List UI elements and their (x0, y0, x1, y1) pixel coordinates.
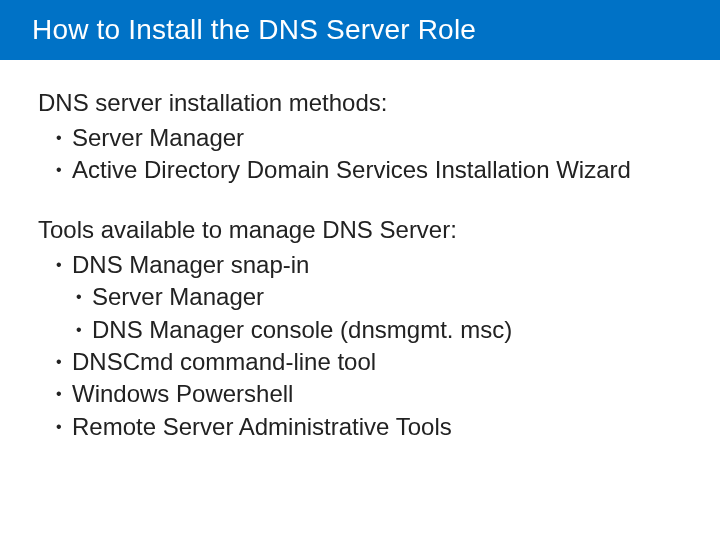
list-item: Server Manager (76, 281, 682, 313)
list-item: DNS Manager snap-in (56, 249, 682, 281)
section1-lead: DNS server installation methods: (38, 88, 682, 118)
slide: How to Install the DNS Server Role DNS s… (0, 0, 720, 540)
title-bar: How to Install the DNS Server Role (0, 0, 720, 60)
list-item: Active Directory Domain Services Install… (56, 154, 682, 186)
list-item: Remote Server Administrative Tools (56, 411, 682, 443)
list-item: DNSCmd command-line tool (56, 346, 682, 378)
section2-list: DNS Manager snap-in (56, 249, 682, 281)
section2-lead: Tools available to manage DNS Server: (38, 215, 682, 245)
slide-body: DNS server installation methods: Server … (0, 60, 720, 443)
list-item: Windows Powershell (56, 378, 682, 410)
list-item: DNS Manager console (dnsmgmt. msc) (76, 314, 682, 346)
list-item: Server Manager (56, 122, 682, 154)
section1-list: Server Manager Active Directory Domain S… (56, 122, 682, 187)
section2-sublist: Server Manager DNS Manager console (dnsm… (76, 281, 682, 346)
section2-list-cont: DNSCmd command-line tool Windows Powersh… (56, 346, 682, 443)
slide-title: How to Install the DNS Server Role (32, 14, 476, 46)
